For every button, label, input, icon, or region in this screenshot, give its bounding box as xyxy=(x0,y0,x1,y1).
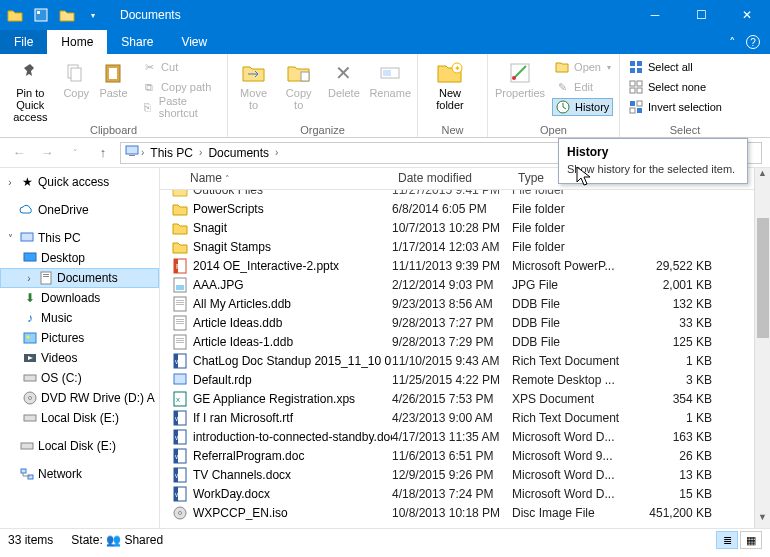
nav-downloads[interactable]: ⬇Downloads xyxy=(0,288,159,308)
file-type: XPS Document xyxy=(512,392,638,406)
select-none-button[interactable]: Select none xyxy=(626,78,724,96)
copy-to-button[interactable]: Copy to xyxy=(279,58,318,111)
chevron-down-icon[interactable]: ˅ xyxy=(4,233,16,244)
svg-rect-58 xyxy=(176,340,184,341)
paste-icon xyxy=(98,60,128,86)
file-name: Outlook Files xyxy=(193,190,263,197)
file-type-icon: P xyxy=(172,258,188,274)
file-type-icon: W xyxy=(172,448,188,464)
header-date[interactable]: Date modified xyxy=(392,168,512,189)
cut-button[interactable]: ✂Cut xyxy=(139,58,221,76)
ribbon-collapse-icon[interactable]: ˄ xyxy=(729,35,736,50)
chevron-right-icon[interactable]: › xyxy=(275,147,278,158)
invert-selection-button[interactable]: Invert selection xyxy=(626,98,724,116)
tab-share[interactable]: Share xyxy=(107,30,167,54)
file-row[interactable]: WReferralProgram.doc11/6/2013 6:51 PMMic… xyxy=(160,446,770,465)
recent-dropdown[interactable]: ˅ xyxy=(64,142,86,164)
file-row[interactable]: WIf I ran Microsoft.rtf4/23/2013 9:00 AM… xyxy=(160,408,770,427)
qat-dropdown-icon[interactable]: ▾ xyxy=(84,6,102,24)
file-type-icon: W xyxy=(172,353,188,369)
file-name: ReferralProgram.doc xyxy=(193,449,304,463)
file-row[interactable]: WChatLog Doc Standup 2015_11_10 09_43.rt… xyxy=(160,351,770,370)
minimize-button[interactable]: ─ xyxy=(632,0,678,30)
file-date: 4/18/2013 7:24 PM xyxy=(392,487,512,501)
forward-button[interactable]: → xyxy=(36,142,58,164)
copy-path-button[interactable]: ⧉Copy path xyxy=(139,78,221,96)
view-large-icons-button[interactable]: ▦ xyxy=(740,531,762,549)
file-name: 2014 OE_Interactive-2.pptx xyxy=(193,259,339,273)
file-size: 451,200 KB xyxy=(638,506,718,520)
maximize-button[interactable]: ☐ xyxy=(678,0,724,30)
breadcrumb-thispc[interactable]: This PC xyxy=(146,146,197,160)
nav-pictures[interactable]: Pictures xyxy=(0,328,159,348)
select-all-button[interactable]: Select all xyxy=(626,58,724,76)
qat-properties-icon[interactable] xyxy=(32,6,50,24)
file-row[interactable]: Snagit Stamps1/17/2014 12:03 AMFile fold… xyxy=(160,237,770,256)
nav-quick-access[interactable]: ›★Quick access xyxy=(0,172,159,192)
file-row[interactable]: AAA.JPG2/12/2014 9:03 PMJPG File2,001 KB xyxy=(160,275,770,294)
file-row[interactable]: Article Ideas.ddb9/28/2013 7:27 PMDDB Fi… xyxy=(160,313,770,332)
paste-shortcut-button[interactable]: ⎘Paste shortcut xyxy=(139,98,221,116)
breadcrumb-documents[interactable]: Documents xyxy=(204,146,273,160)
edit-button[interactable]: ✎Edit xyxy=(552,78,613,96)
nav-local-e-root[interactable]: Local Disk (E:) xyxy=(0,436,159,456)
svg-rect-41 xyxy=(21,469,26,473)
help-icon[interactable]: ? xyxy=(746,35,760,49)
nav-documents[interactable]: ›Documents xyxy=(0,268,159,288)
nav-desktop[interactable]: Desktop xyxy=(0,248,159,268)
tab-view[interactable]: View xyxy=(167,30,221,54)
file-row[interactable]: WXPCCP_EN.iso10/8/2013 10:18 PMDisc Imag… xyxy=(160,503,770,522)
history-button[interactable]: History xyxy=(552,98,613,116)
vertical-scrollbar[interactable]: ▲ ▼ xyxy=(754,168,770,528)
svg-rect-25 xyxy=(637,108,642,113)
svg-rect-47 xyxy=(176,285,184,290)
qat-newfolder-icon[interactable] xyxy=(58,6,76,24)
new-folder-button[interactable]: ✦ New folder xyxy=(424,58,476,111)
file-row[interactable]: All My Articles.ddb9/23/2013 8:56 AMDDB … xyxy=(160,294,770,313)
delete-button[interactable]: ✕ Delete xyxy=(324,58,363,99)
file-type-icon xyxy=(172,201,188,217)
nav-this-pc[interactable]: ˅This PC xyxy=(0,228,159,248)
file-date: 4/26/2015 7:53 PM xyxy=(392,392,512,406)
file-row[interactable]: Outlook Files11/27/2015 9:41 PMFile fold… xyxy=(160,190,770,199)
chevron-right-icon[interactable]: › xyxy=(141,147,144,158)
nav-videos[interactable]: Videos xyxy=(0,348,159,368)
up-button[interactable]: ↑ xyxy=(92,142,114,164)
nav-dvd[interactable]: DVD RW Drive (D:) A xyxy=(0,388,159,408)
file-row[interactable]: Wintroduction-to-connected-standby.docx4… xyxy=(160,427,770,446)
nav-network[interactable]: Network xyxy=(0,464,159,484)
tab-file[interactable]: File xyxy=(0,30,47,54)
pin-to-quick-access-button[interactable]: Pin to Quick access xyxy=(6,58,55,123)
nav-os-c[interactable]: OS (C:) xyxy=(0,368,159,388)
file-type-icon: W xyxy=(172,486,188,502)
view-details-button[interactable]: ≣ xyxy=(716,531,738,549)
file-row[interactable]: PowerScripts6/8/2014 6:05 PMFile folder xyxy=(160,199,770,218)
nav-onedrive[interactable]: OneDrive xyxy=(0,200,159,220)
nav-local-e[interactable]: Local Disk (E:) xyxy=(0,408,159,428)
file-row[interactable]: WTV Channels.docx12/9/2015 9:26 PMMicros… xyxy=(160,465,770,484)
file-row[interactable]: Article Ideas-1.ddb9/28/2013 7:29 PMDDB … xyxy=(160,332,770,351)
file-row[interactable]: Snagit10/7/2013 10:28 PMFile folder xyxy=(160,218,770,237)
file-name: All My Articles.ddb xyxy=(193,297,291,311)
chevron-right-icon[interactable]: › xyxy=(199,147,202,158)
tab-home[interactable]: Home xyxy=(47,30,107,54)
back-button[interactable]: ← xyxy=(8,142,30,164)
rename-button[interactable]: Rename xyxy=(369,58,411,99)
file-row[interactable]: WWorkDay.docx4/18/2013 7:24 PMMicrosoft … xyxy=(160,484,770,503)
chevron-right-icon[interactable]: › xyxy=(23,273,35,284)
nav-music[interactable]: ♪Music xyxy=(0,308,159,328)
paste-button[interactable]: Paste xyxy=(98,58,129,99)
file-row[interactable]: Default.rdp11/25/2015 4:22 PMRemote Desk… xyxy=(160,370,770,389)
file-row[interactable]: P2014 OE_Interactive-2.pptx11/11/2013 9:… xyxy=(160,256,770,275)
copy-button[interactable]: Copy xyxy=(61,58,92,99)
file-name: If I ran Microsoft.rtf xyxy=(193,411,293,425)
header-name[interactable]: Name ˄ xyxy=(160,168,392,189)
properties-button[interactable]: Properties xyxy=(494,58,546,99)
close-button[interactable]: ✕ xyxy=(724,0,770,30)
svg-rect-27 xyxy=(129,155,135,156)
open-button[interactable]: Open▾ xyxy=(552,58,613,76)
chevron-right-icon[interactable]: › xyxy=(4,177,16,188)
move-to-button[interactable]: Move to xyxy=(234,58,273,111)
file-size: 33 KB xyxy=(638,316,718,330)
file-row[interactable]: XGE Appliance Registration.xps4/26/2015 … xyxy=(160,389,770,408)
